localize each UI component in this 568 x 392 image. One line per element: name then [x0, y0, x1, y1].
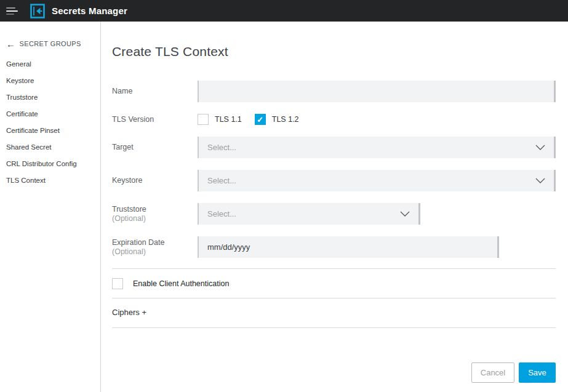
expiration-date-label: Expiration Date (Optional) — [112, 238, 198, 257]
enable-client-auth-row: Enable Client Authentication — [112, 278, 556, 289]
sidebar-item-shared-secret[interactable]: Shared Secret — [6, 139, 95, 156]
page-title: Create TLS Context — [112, 44, 556, 58]
sidebar-item-keystore[interactable]: Keystore — [6, 73, 95, 89]
form-actions: Cancel Save — [112, 362, 556, 383]
keystore-field-row: Keystore Select... — [112, 170, 556, 191]
sidebar-nav: General Keystore Truststore Certificate … — [6, 56, 95, 189]
back-to-secret-groups[interactable]: SECRET GROUPS — [6, 40, 95, 47]
expiration-date-field-row: Expiration Date (Optional) — [112, 236, 556, 258]
tls-1-2-label: TLS 1.2 — [272, 115, 299, 124]
chevron-down-icon — [535, 145, 545, 150]
section-divider — [112, 327, 556, 328]
tls-1-1-label: TLS 1.1 — [215, 115, 242, 124]
name-input[interactable] — [198, 81, 556, 102]
top-bar: Secrets Manager — [0, 0, 568, 22]
truststore-select-placeholder: Select... — [207, 209, 236, 218]
app-title: Secrets Manager — [52, 6, 127, 16]
sidebar-item-crl-distributor-config[interactable]: CRL Distributor Config — [6, 156, 95, 172]
sidebar-item-general[interactable]: General — [6, 56, 95, 73]
sidebar: SECRET GROUPS General Keystore Truststor… — [0, 22, 101, 392]
back-arrow-icon — [6, 41, 15, 47]
target-label: Target — [112, 143, 198, 152]
name-field-row: Name — [112, 81, 556, 102]
tls-version-label: TLS Version — [112, 115, 198, 124]
sidebar-item-certificate-pinset[interactable]: Certificate Pinset — [6, 122, 95, 139]
target-select[interactable]: Select... — [198, 137, 556, 158]
cancel-button[interactable]: Cancel — [471, 362, 514, 383]
expiration-date-input[interactable] — [198, 236, 499, 258]
chevron-down-icon — [400, 211, 410, 217]
target-field-row: Target Select... — [112, 137, 556, 158]
tls-version-options: TLS 1.1 TLS 1.2 — [198, 114, 299, 125]
chevron-down-icon — [535, 178, 545, 183]
tls-version-row: TLS Version TLS 1.1 TLS 1.2 — [112, 114, 556, 125]
enable-client-auth-label: Enable Client Authentication — [133, 279, 229, 288]
truststore-field-row: Truststore (Optional) Select... — [112, 203, 556, 225]
target-select-placeholder: Select... — [207, 143, 236, 152]
keystore-select-placeholder: Select... — [207, 176, 236, 185]
keystore-select[interactable]: Select... — [198, 170, 556, 191]
sidebar-item-tls-context[interactable]: TLS Context — [6, 172, 95, 189]
section-divider — [112, 298, 556, 298]
sidebar-item-truststore[interactable]: Truststore — [6, 89, 95, 106]
tls-1-2-checkbox[interactable] — [255, 114, 266, 125]
expiration-date-optional-label: (Optional) — [112, 247, 198, 257]
name-label: Name — [112, 87, 198, 96]
main-content: Create TLS Context Name TLS Version TLS … — [101, 22, 568, 392]
save-button[interactable]: Save — [519, 362, 556, 383]
truststore-optional-label: (Optional) — [112, 214, 198, 223]
section-divider — [112, 268, 556, 269]
sidebar-item-certificate[interactable]: Certificate — [6, 106, 95, 122]
back-label: SECRET GROUPS — [19, 40, 81, 47]
truststore-select[interactable]: Select... — [198, 203, 420, 225]
vault-logo-icon — [30, 4, 45, 18]
app-window: Secrets Manager SECRET GROUPS General Ke… — [0, 0, 568, 392]
tls-1-1-checkbox[interactable] — [198, 114, 209, 125]
truststore-label: Truststore (Optional) — [112, 205, 198, 223]
enable-client-auth-checkbox[interactable] — [112, 278, 123, 289]
ciphers-expand-toggle[interactable]: Ciphers + — [112, 308, 556, 317]
keystore-label: Keystore — [112, 176, 198, 185]
menu-icon[interactable] — [6, 6, 18, 17]
